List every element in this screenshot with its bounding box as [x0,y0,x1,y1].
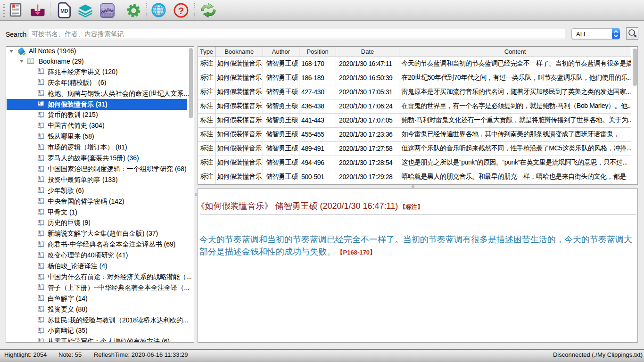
svg-text:?: ? [178,5,184,16]
svg-text:MD: MD [60,8,68,14]
